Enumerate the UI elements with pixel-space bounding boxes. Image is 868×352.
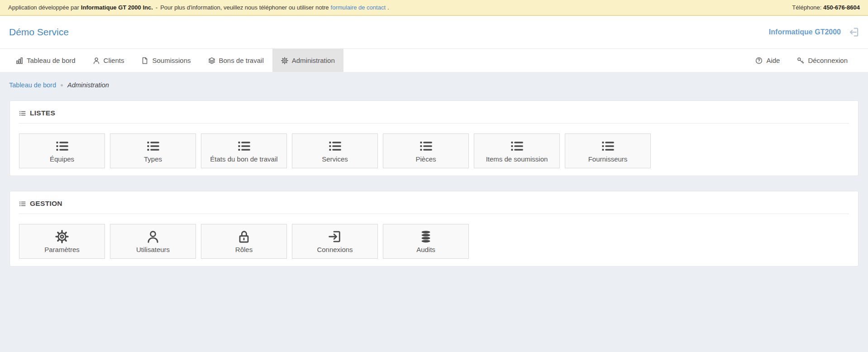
breadcrumb-current-page: Administration — [67, 81, 109, 89]
notice-middle: Pour plus d'information, veuillez nous t… — [160, 4, 329, 11]
nav-item-clients[interactable]: Clients — [84, 49, 133, 72]
nav-item-label: Bons de travail — [219, 57, 264, 64]
nav-item-label: Tableau de bord — [27, 57, 76, 64]
tile-roles[interactable]: Rôles — [201, 224, 287, 259]
lock-open-icon — [237, 230, 251, 243]
list-icon — [19, 200, 26, 207]
tile-label: Rôles — [235, 246, 253, 253]
nav-item-label: Aide — [766, 57, 780, 64]
card-listes-title: LISTES — [30, 109, 55, 117]
header-account-area: Informatique GT2000 — [769, 27, 859, 38]
list-icon — [146, 139, 160, 153]
tile-services[interactable]: Services — [292, 133, 378, 168]
nav-item-label: Clients — [104, 57, 124, 64]
tile-pieces[interactable]: Pièces — [383, 133, 469, 168]
company-name: Informatique GT 2000 Inc. — [81, 4, 153, 11]
tile-label: Pièces — [415, 155, 436, 163]
tile-types[interactable]: Types — [110, 133, 196, 168]
nav-left-group: Tableau de bordClientsSoumissionsBons de… — [7, 49, 343, 72]
sign-out-icon[interactable] — [848, 27, 859, 38]
main-nav: Tableau de bordClientsSoumissionsBons de… — [0, 48, 868, 72]
nav-item-tableau-de-bord[interactable]: Tableau de bord — [7, 49, 84, 72]
notice-text: Application développée parInformatique G… — [8, 4, 391, 11]
list-icon — [328, 139, 342, 153]
breadcrumb: Tableau de bord Administration — [0, 72, 868, 100]
nav-item-label: Administration — [292, 57, 335, 64]
tile-equipes[interactable]: Équipes — [19, 133, 105, 168]
tile-etats-du-bon-de-travail[interactable]: États du bon de travail — [201, 133, 287, 168]
question-circle-icon — [755, 57, 763, 64]
gear-icon — [55, 230, 69, 243]
account-name-link[interactable]: Informatique GT2000 — [769, 28, 841, 36]
tile-label: Équipes — [50, 155, 74, 163]
sign-in-icon — [328, 230, 342, 243]
nav-item-label: Soumissions — [152, 57, 191, 64]
nav-item-deconnexion[interactable]: Déconnexion — [788, 49, 856, 72]
gestion-tiles: ParamètresUtilisateursRôlesConnexionsAud… — [19, 224, 849, 259]
top-notice-bar: Application développée parInformatique G… — [0, 0, 868, 16]
bar-chart-icon — [16, 57, 23, 64]
nav-item-soumissions[interactable]: Soumissions — [133, 49, 199, 72]
notice-dash: - — [156, 4, 157, 11]
notice-suffix: . — [387, 4, 389, 11]
card-gestion-title: GESTION — [30, 200, 62, 208]
user-icon — [93, 57, 100, 64]
nav-item-administration[interactable]: Administration — [272, 49, 343, 72]
notice-prefix: Application développée par — [8, 4, 79, 11]
list-icon — [601, 139, 615, 153]
key-icon — [797, 57, 804, 64]
listes-tiles: ÉquipesTypesÉtats du bon de travailServi… — [19, 133, 849, 168]
tile-label: Services — [322, 155, 348, 163]
tile-label: Fournisseurs — [588, 155, 628, 163]
file-icon — [141, 57, 148, 64]
nav-item-label: Déconnexion — [808, 57, 848, 64]
layers-icon — [208, 57, 215, 64]
card-gestion-header: GESTION — [19, 200, 849, 208]
tile-audits[interactable]: Audits — [383, 224, 469, 259]
card-listes-divider — [19, 123, 849, 124]
header: Démo Service Informatique GT2000 — [0, 16, 868, 48]
nav-right-group: AideDéconnexion — [747, 49, 856, 72]
breadcrumb-link-dashboard[interactable]: Tableau de bord — [9, 81, 56, 89]
tile-fournisseurs[interactable]: Fournisseurs — [565, 133, 651, 168]
phone-label: Téléphone: — [792, 4, 821, 11]
card-listes-header: LISTES — [19, 109, 849, 117]
list-icon — [19, 110, 26, 117]
card-gestion: GESTION ParamètresUtilisateursRôlesConne… — [10, 191, 858, 266]
nav-item-bons-de-travail[interactable]: Bons de travail — [200, 49, 272, 72]
nav-item-aide[interactable]: Aide — [747, 49, 788, 72]
tile-label: Audits — [416, 246, 435, 253]
tile-label: États du bon de travail — [210, 155, 277, 163]
gear-icon — [281, 57, 288, 64]
contact-form-link[interactable]: formulaire de contact — [331, 4, 386, 11]
card-listes: LISTES ÉquipesTypesÉtats du bon de trava… — [10, 100, 858, 176]
breadcrumb-separator-icon — [61, 84, 63, 86]
card-gestion-divider — [19, 214, 849, 214]
list-icon — [510, 139, 524, 153]
database-icon — [419, 230, 433, 243]
tile-connexions[interactable]: Connexions — [292, 224, 378, 259]
tile-label: Utilisateurs — [136, 246, 170, 253]
tile-utilisateurs[interactable]: Utilisateurs — [110, 224, 196, 259]
user-icon — [146, 230, 160, 243]
tile-items-de-soumission[interactable]: Items de soumission — [474, 133, 560, 168]
phone-info: Téléphone: 450-676-8604 — [792, 4, 860, 11]
tile-parametres[interactable]: Paramètres — [19, 224, 105, 259]
list-icon — [419, 139, 433, 153]
app-title[interactable]: Démo Service — [9, 27, 69, 38]
phone-number: 450-676-8604 — [823, 4, 860, 11]
tile-label: Types — [144, 155, 162, 163]
tile-label: Paramètres — [44, 246, 80, 253]
tile-label: Items de soumission — [486, 155, 548, 163]
list-icon — [55, 139, 69, 153]
tile-label: Connexions — [317, 246, 353, 253]
list-icon — [237, 139, 251, 153]
